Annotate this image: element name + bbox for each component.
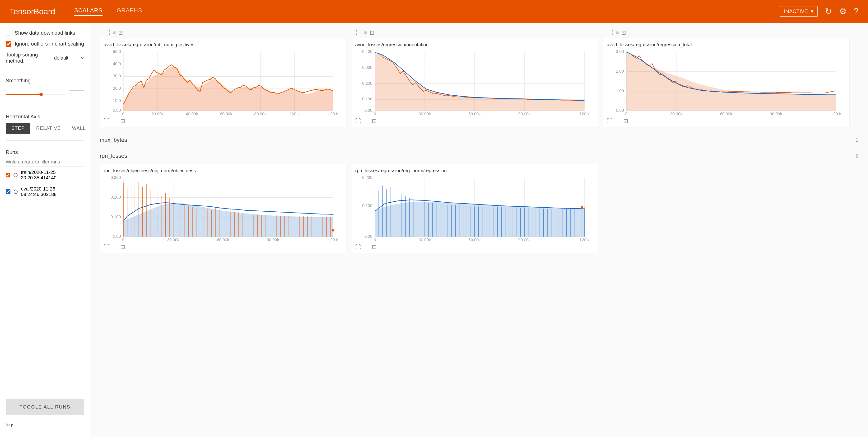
axis-relative-button[interactable]: RELATIVE [30,123,66,134]
expand-icon-top-3[interactable]: ⛶ [608,29,613,36]
svg-text:90.00k: 90.00k [267,238,279,242]
divider-3 [6,141,84,141]
svg-text:80.00k: 80.00k [254,112,267,116]
expand-icon-regression[interactable]: ⛶ [607,118,613,124]
chart-area-objectness: 0.300 0.200 0.100 0.00 0 30.00k 60.00k 9… [104,175,342,242]
toggle-all-runs-button[interactable]: TOGGLE ALL RUNS [6,399,84,415]
svg-text:0.00: 0.00 [616,108,624,113]
chart-mb-num-positives: avod_losses/regression/mb_num_positives [100,38,346,127]
smoothing-value-input[interactable]: 0.6 [69,90,84,98]
svg-point-211 [581,206,583,209]
run-eval-circle [14,190,18,194]
settings-icon[interactable]: ⚙ [839,6,847,17]
divider-1 [6,71,84,71]
rpn-losses-title: rpn_losses [100,153,127,159]
data-icon-regression[interactable]: ≡ [616,118,620,124]
zoom-icon-orientation[interactable]: ⊡ [372,118,377,124]
refresh-icon[interactable]: ↻ [825,6,832,17]
chart-area-rpn-regression: 0.200 0.100 0.00 0 30.00k 60.00k 90.00k … [355,175,594,242]
expand-icon-objectness[interactable]: ⛶ [104,244,110,250]
chart-orientation: avod_losses/regression/orientation 0.4 [351,38,598,127]
runs-label: Runs [6,149,84,155]
nav-scalars[interactable]: SCALARS [74,7,102,16]
svg-text:0.300: 0.300 [362,65,372,70]
axis-step-button[interactable]: STEP [6,123,30,134]
svg-text:0.400: 0.400 [362,49,372,54]
svg-text:0.00: 0.00 [365,108,373,113]
expand-icon-mb[interactable]: ⛶ [104,118,110,124]
svg-text:30.0: 30.0 [113,73,121,78]
svg-text:60.00k: 60.00k [220,112,232,116]
tooltip-select[interactable]: default descending ascending nearest [51,54,84,62]
data-icon-objectness[interactable]: ≡ [113,244,117,250]
zoom-icon-top-2[interactable]: ⊡ [370,29,374,36]
run-train-checkbox[interactable] [6,173,10,178]
chart-area-mb: 50.0 40.0 30.0 20.0 10.0 0.00 0 20.00k 4… [104,49,342,116]
expand-icon-rpn-regression[interactable]: ⛶ [355,244,361,250]
chart-controls-mb: ⛶ ≡ ⊡ [104,116,342,125]
svg-text:0.300: 0.300 [111,175,121,180]
data-icon-mb[interactable]: ≡ [113,118,117,124]
chart-controls-orientation: ⛶ ≡ ⊡ [355,116,594,125]
expand-icon-orientation[interactable]: ⛶ [355,118,361,124]
chart-svg-rpn-regression: 0.200 0.100 0.00 0 30.00k 60.00k 90.00k … [355,175,594,242]
data-icon-top-1[interactable]: ≡ [113,29,116,36]
rpn-losses-section-header: rpn_losses 2 [100,148,859,162]
show-data-links-label: Show data download links [15,30,75,36]
zoom-icon-regression[interactable]: ⊡ [623,118,628,124]
data-icon-top-3[interactable]: ≡ [616,29,619,36]
svg-text:0.00: 0.00 [113,108,121,113]
svg-text:90.00k: 90.00k [770,112,782,116]
chart-title-mb: avod_losses/regression/mb_num_positives [104,42,342,48]
chart-controls-rpn-regression: ⛶ ≡ ⊡ [355,242,594,251]
zoom-icon-objectness[interactable]: ⊡ [120,244,125,250]
run-item-eval[interactable]: eval/2020-11-26 09:24:46.302188 [6,183,84,200]
top-icons-row: ⛶ ≡ ⊡ ⛶ ≡ ⊡ ⛶ ≡ ⊡ [100,28,859,38]
chart-title-rpn-regression: rpn_losses/regression/reg_norm/regressio… [355,168,594,174]
chart-svg-orientation: 0.400 0.300 0.200 0.100 0.00 0 30.00k 60… [355,49,594,116]
zoom-icon-top-3[interactable]: ⊡ [621,29,626,36]
h-axis-label: Horizontal Axis [6,114,84,120]
run-eval-checkbox[interactable] [6,189,10,194]
chart-objectness: rpn_losses/objectness/obj_norm/objectnes… [100,164,346,253]
ignore-outliers-row: Ignore outliers in chart scaling [6,41,84,47]
svg-text:0.00: 0.00 [365,234,373,239]
logs-label: logs [6,420,84,430]
zoom-icon-rpn-regression[interactable]: ⊡ [372,244,377,250]
svg-text:120.k: 120.k [831,112,841,116]
svg-text:0.100: 0.100 [111,215,121,219]
smoothing-label: Smoothing [6,77,84,84]
svg-text:120.k: 120.k [580,112,590,116]
data-icon-rpn-regression[interactable]: ≡ [365,244,368,250]
run-eval-label: eval/2020-11-26 09:24:46.302188 [21,186,84,197]
max-bytes-title: max_bytes [100,137,127,143]
ignore-outliers-label: Ignore outliers in chart scaling [15,41,84,47]
data-icon-top-2[interactable]: ≡ [364,29,367,36]
status-dropdown[interactable]: INACTIVE ▾ [780,6,818,17]
chart-title-objectness: rpn_losses/objectness/obj_norm/objectnes… [104,168,342,174]
nav-graphs[interactable]: GRAPHS [117,7,142,16]
svg-text:3.00: 3.00 [616,49,624,54]
expand-icon-top-1[interactable]: ⛶ [104,29,110,36]
smoothing-row: 0.6 [6,90,84,98]
chart-regression-total: avod_losses/regression/regression_total … [603,38,849,127]
runs-filter-input[interactable] [6,157,84,167]
help-icon[interactable]: ? [854,6,859,17]
ignore-outliers-checkbox[interactable] [6,41,11,47]
svg-text:120.k: 120.k [328,238,338,242]
svg-text:2.00: 2.00 [616,69,624,73]
run-item-train[interactable]: train/2020-11-25 20:20:35.414140 [6,167,84,183]
expand-icon-top-2[interactable]: ⛶ [356,29,362,36]
svg-text:20.00k: 20.00k [151,112,164,116]
axis-wall-button[interactable]: WALL [66,123,90,134]
data-icon-orientation[interactable]: ≡ [365,118,368,124]
svg-text:0.200: 0.200 [362,175,372,180]
svg-text:30.00k: 30.00k [670,112,682,116]
show-data-links-checkbox[interactable] [6,30,11,36]
divider-2 [6,105,84,105]
svg-text:0.100: 0.100 [362,203,372,208]
zoom-icon-top-1[interactable]: ⊡ [118,29,123,36]
chart-svg-regression: 3.00 2.00 1.00 0.00 0 30.00k 60.00k 90.0… [607,49,845,116]
zoom-icon-mb[interactable]: ⊡ [120,118,125,124]
smoothing-slider[interactable] [6,94,65,95]
